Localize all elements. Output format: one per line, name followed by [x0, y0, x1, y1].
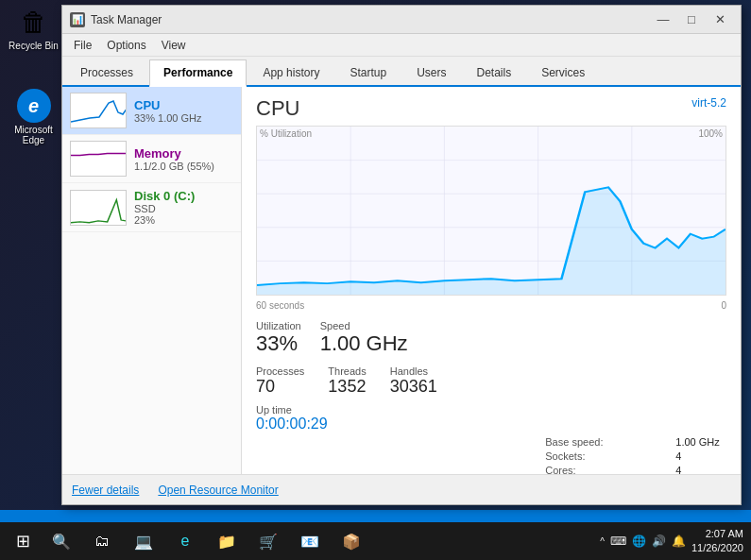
title-bar-title: Task Manager [91, 13, 650, 26]
speed-block: Speed 1.00 GHz [320, 320, 408, 356]
menu-options[interactable]: Options [99, 37, 153, 54]
cpu-mini-chart [70, 93, 127, 128]
taskbar-app-store[interactable]: 🛒 [247, 522, 289, 560]
taskbar-app-folder[interactable]: 📁 [206, 522, 247, 560]
sidebar-item-memory[interactable]: Memory 1.1/2.0 GB (55%) [62, 135, 241, 183]
title-bar-controls: — □ ✕ [650, 10, 733, 29]
uptime-block: Up time 0:00:00:29 [256, 404, 726, 433]
svg-rect-1 [71, 142, 126, 177]
maximize-button[interactable]: □ [678, 10, 705, 29]
utilization-value: 33% [256, 331, 301, 356]
speed-label: Speed [320, 320, 408, 331]
threads-label: Threads [328, 365, 366, 377]
memory-sidebar-info: Memory 1.1/2.0 GB (55%) [134, 146, 233, 172]
systray-notification-icon[interactable]: 🔔 [672, 535, 686, 548]
fewer-details-button[interactable]: Fewer details [72, 484, 139, 497]
chart-time-labels: 60 seconds 0 [256, 300, 726, 311]
processes-value: 70 [256, 377, 304, 397]
taskbar-date-display: 11/26/2020 [691, 541, 743, 555]
memory-name: Memory [134, 146, 233, 161]
chart-y-max: 100% [698, 128, 723, 139]
cores-val: 4 [675, 465, 681, 474]
close-button[interactable]: ✕ [707, 10, 733, 29]
cpu-detail: 33% 1.00 GHz [134, 112, 233, 124]
edge-label: Microsoft Edge [8, 125, 60, 145]
search-button[interactable]: 🔍 [45, 522, 77, 560]
taskmanager-icon: 📊 [70, 12, 85, 27]
taskbar-app-misc[interactable]: 📦 [331, 522, 372, 560]
taskbar-right: ^ ⌨ 🌐 🔊 🔔 2:07 AM 11/26/2020 [600, 527, 751, 556]
panel-header: CPU virt-5.2 [256, 96, 726, 121]
tab-bar: Processes Performance App history Startu… [62, 57, 741, 87]
utilization-label: Utilization [256, 320, 301, 331]
threads-value: 1352 [328, 377, 366, 397]
sidebar: CPU 33% 1.00 GHz Memory 1.1/2.0 GB [62, 87, 242, 474]
taskbar-time-display: 2:07 AM [691, 527, 743, 541]
taskbar: ⊞ 🔍 🗂 💻 e 📁 🛒 📧 📦 ^ ⌨ 🌐 🔊 🔔 2:07 AM 11/2… [0, 522, 751, 560]
taskbar-app-taskmgr[interactable]: 🗂 [81, 522, 123, 560]
taskbar-app-explorer[interactable]: 💻 [123, 522, 164, 560]
recycle-bin-label: Recycle Bin [9, 41, 59, 51]
cpu-chart-container: % Utilization 100% [256, 126, 726, 296]
cpu-name: CPU [134, 98, 233, 112]
taskmanager-window: 📊 Task Manager — □ ✕ File Options View P… [61, 5, 742, 505]
sockets-val: 4 [675, 450, 681, 462]
cpu-sidebar-info: CPU 33% 1.00 GHz [134, 98, 233, 124]
stats-row2: Processes 70 Threads 1352 Handles 30361 [256, 365, 726, 397]
bottom-bar: Fewer details Open Resource Monitor [62, 474, 741, 504]
tab-performance[interactable]: Performance [149, 59, 247, 87]
memory-detail: 1.1/2.0 GB (55%) [134, 161, 233, 172]
disk-detail1: SSD [134, 203, 233, 214]
systray-keyboard-icon[interactable]: ⌨ [610, 535, 626, 548]
main-content: CPU 33% 1.00 GHz Memory 1.1/2.0 GB [62, 87, 741, 474]
tab-users[interactable]: Users [402, 59, 460, 85]
disk-mini-chart [70, 190, 127, 226]
chart-y-label: % Utilization [260, 128, 312, 139]
right-panel: CPU virt-5.2 % Utilization 100% [242, 87, 741, 474]
disk-detail2: 23% [134, 214, 233, 226]
menu-bar: File Options View [62, 34, 741, 57]
taskbar-apps: 🗂 💻 e 📁 🛒 📧 📦 [81, 522, 372, 560]
start-button[interactable]: ⊞ [0, 522, 45, 560]
speed-value: 1.00 GHz [320, 331, 408, 356]
tab-services[interactable]: Services [527, 59, 599, 85]
sidebar-item-cpu[interactable]: CPU 33% 1.00 GHz [62, 87, 241, 135]
systray-up-icon[interactable]: ^ [600, 536, 605, 547]
systray-volume-icon[interactable]: 🔊 [652, 535, 666, 548]
tab-app-history[interactable]: App history [248, 59, 333, 85]
systray-network-icon[interactable]: 🌐 [632, 535, 646, 548]
open-resource-monitor-button[interactable]: Open Resource Monitor [158, 484, 278, 497]
tab-startup[interactable]: Startup [335, 59, 401, 85]
tab-details[interactable]: Details [462, 59, 525, 85]
taskbar-clock[interactable]: 2:07 AM 11/26/2020 [691, 527, 743, 556]
cores-key: Cores: [545, 465, 668, 474]
base-speed-row: Base speed: 1.00 GHz [545, 436, 731, 448]
handles-label: Handles [390, 365, 437, 377]
disk-sidebar-info: Disk 0 (C:) SSD 23% [134, 189, 233, 226]
processes-block: Processes 70 [256, 365, 304, 397]
uptime-label: Up time [256, 404, 726, 416]
cores-row: Cores: 4 [545, 465, 731, 474]
panel-subtitle: virt-5.2 [691, 96, 726, 110]
minimize-button[interactable]: — [650, 10, 676, 29]
desktop-icons: 🗑 Recycle Bin e Microsoft Edge [8, 5, 60, 145]
processes-label: Processes [256, 365, 304, 377]
sidebar-item-disk[interactable]: Disk 0 (C:) SSD 23% [62, 183, 241, 232]
base-speed-val: 1.00 GHz [675, 436, 719, 448]
sockets-row: Sockets: 4 [545, 450, 731, 462]
edge-icon[interactable]: e Microsoft Edge [8, 89, 60, 145]
info-table: Base speed: 1.00 GHz Sockets: 4 Cores: 4… [545, 436, 731, 474]
recycle-bin-icon[interactable]: 🗑 Recycle Bin [8, 5, 60, 51]
desktop: 🗑 Recycle Bin e Microsoft Edge 📊 Task Ma… [0, 0, 751, 510]
handles-block: Handles 30361 [390, 365, 437, 397]
sockets-key: Sockets: [545, 450, 668, 462]
menu-view[interactable]: View [154, 37, 194, 54]
base-speed-key: Base speed: [545, 436, 668, 448]
tab-processes[interactable]: Processes [66, 59, 147, 85]
taskbar-app-edge[interactable]: e [164, 522, 206, 560]
taskbar-app-mail[interactable]: 📧 [289, 522, 331, 560]
handles-value: 30361 [390, 377, 437, 397]
memory-mini-chart [70, 141, 127, 177]
menu-file[interactable]: File [66, 37, 99, 54]
title-bar: 📊 Task Manager — □ ✕ [62, 6, 741, 34]
